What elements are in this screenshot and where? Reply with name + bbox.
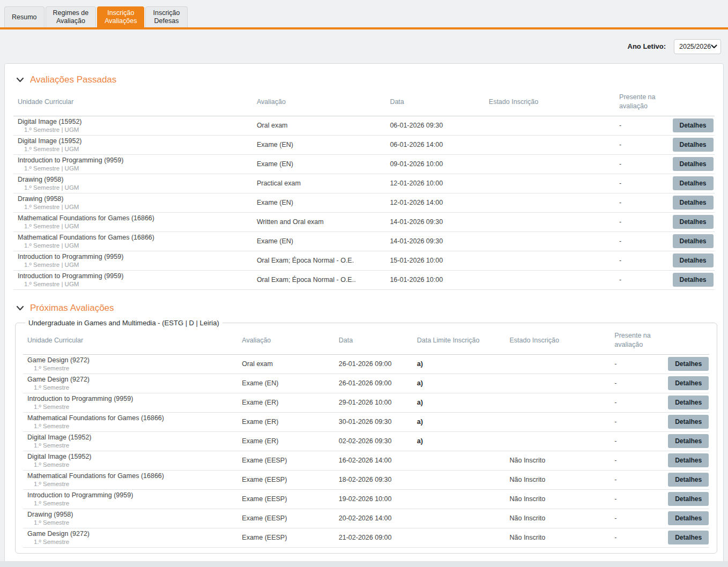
registration-status: Não Inscrito [509, 534, 614, 541]
col-data: Data [390, 98, 488, 106]
attendance-value: - [619, 276, 672, 284]
attendance-value: - [614, 379, 668, 387]
course-group: Undergraduate in Games and Multimedia - … [15, 319, 717, 554]
col-estado-inscricao: Estado Inscrição [509, 337, 614, 344]
table-row: Digital Image (15952) 1.º Semestre | UGM… [13, 116, 715, 136]
attendance-value: - [614, 418, 668, 426]
attendance-value: - [614, 534, 668, 541]
registration-status: Não Inscrito [509, 457, 614, 464]
section-upcoming-title: Próximas Avaliações [30, 303, 114, 314]
evaluation-type: Exame (EESP) [242, 457, 338, 464]
evaluation-date: 06-01-2026 09:30 [390, 122, 488, 129]
evaluation-type: Exame (EESP) [242, 534, 338, 541]
details-button[interactable]: Detalhes [668, 511, 709, 525]
table-row: Introduction to Programming (9959) 1.º S… [13, 251, 715, 271]
details-button[interactable]: Detalhes [673, 157, 714, 171]
table-row: Mathematical Foundations for Games (1686… [23, 471, 709, 490]
details-button[interactable]: Detalhes [668, 453, 709, 467]
evaluation-type: Exame (EN) [242, 379, 338, 387]
evaluation-type: Exame (EN) [257, 237, 390, 245]
registration-deadline: a) [417, 437, 510, 445]
details-button[interactable]: Detalhes [673, 118, 714, 132]
course-name: Introduction to Programming (9959) [27, 395, 242, 402]
tab-inscricao-defesas[interactable]: Inscrição Defesas [145, 6, 187, 27]
tab-regimes-avaliacao[interactable]: Regimes de Avaliação [46, 6, 96, 27]
course-subtitle: 1.º Semestre | UGM [18, 204, 257, 210]
attendance-value: - [619, 257, 672, 264]
table-row: Drawing (9958) 1.º Semestre | UGM Exame … [13, 193, 715, 213]
collapse-chevron-icon[interactable] [16, 305, 24, 311]
attendance-value: - [614, 399, 668, 406]
tab-resumo[interactable]: Resumo [4, 6, 44, 27]
col-avaliacao: Avaliação [242, 337, 338, 344]
course-subtitle: 1.º Semestre | UGM [18, 223, 257, 229]
details-button[interactable]: Detalhes [668, 473, 709, 487]
tab-inscricao-avaliacoes[interactable]: Inscrição Avaliações [97, 6, 144, 27]
course-name: Game Design (9272) [27, 376, 242, 383]
details-button[interactable]: Detalhes [668, 434, 709, 448]
course-name: Game Design (9272) [27, 356, 242, 364]
registration-deadline: a) [417, 418, 510, 426]
evaluation-date: 12-01-2026 10:00 [390, 180, 488, 187]
attendance-value: - [619, 122, 672, 129]
details-button[interactable]: Detalhes [668, 357, 709, 371]
details-button[interactable]: Detalhes [668, 531, 709, 544]
course-name: Introduction to Programming (9959) [18, 272, 257, 280]
details-button[interactable]: Detalhes [668, 492, 709, 506]
course-subtitle: 1.º Semestre | UGM [18, 262, 257, 268]
evaluation-date: 29-01-2026 10:00 [339, 399, 417, 406]
registration-status: Não Inscrito [509, 476, 614, 483]
details-button[interactable]: Detalhes [673, 273, 714, 287]
course-subtitle: 1.º Semestre | UGM [18, 242, 257, 249]
registration-deadline: a) [417, 379, 510, 387]
table-row: Mathematical Foundations for Games (1686… [13, 232, 715, 251]
details-button[interactable]: Detalhes [668, 415, 709, 429]
col-avaliacao: Avaliação [257, 98, 390, 106]
evaluation-type: Exame (ER) [242, 418, 338, 426]
details-button[interactable]: Detalhes [668, 396, 709, 409]
registration-status: Não Inscrito [509, 514, 614, 522]
course-subtitle: 1.º Semestre [27, 404, 242, 410]
upcoming-table-header: Unidade Curricular Avaliação Data Data L… [23, 328, 709, 355]
evaluation-type: Oral Exam; Época Normal - O.E.. [257, 276, 390, 284]
evaluation-type: Exame (EN) [257, 199, 390, 206]
evaluation-type: Exame (EESP) [242, 476, 338, 483]
course-subtitle: 1.º Semestre [27, 384, 242, 391]
section-past-header: Avaliações Passadas [5, 67, 723, 89]
attendance-value: - [619, 218, 672, 226]
details-button[interactable]: Detalhes [673, 196, 714, 210]
course-name: Drawing (9958) [18, 176, 257, 183]
attendance-value: - [619, 199, 672, 206]
year-select[interactable]: 2025/2026 [674, 39, 721, 54]
course-subtitle: 1.º Semestre | UGM [18, 146, 257, 152]
details-button[interactable]: Detalhes [673, 215, 714, 229]
col-unidade-curricular: Unidade Curricular [23, 337, 242, 344]
table-row: Mathematical Foundations for Games (1686… [23, 413, 709, 432]
evaluation-date: 18-02-2026 09:30 [339, 476, 417, 483]
evaluation-date: 26-01-2026 09:00 [339, 360, 417, 368]
details-button[interactable]: Detalhes [668, 376, 709, 390]
col-presente: Presente na avaliação [614, 331, 668, 349]
course-subtitle: 1.º Semestre | UGM [18, 165, 257, 171]
evaluation-type: Practical exam [257, 180, 390, 187]
evaluation-date: 26-01-2026 09:00 [339, 379, 417, 387]
attendance-value: - [619, 141, 672, 148]
table-row: Mathematical Foundations for Games (1686… [13, 213, 715, 232]
section-upcoming-header: Próximas Avaliações [5, 290, 723, 318]
section-past-title: Avaliações Passadas [30, 74, 116, 85]
col-data-limite: Data Limite Inscrição [417, 337, 510, 344]
evaluation-type: Oral exam [257, 122, 390, 129]
tab-bar: Resumo Regimes de Avaliação Inscrição Av… [0, 0, 728, 27]
table-row: Digital Image (15952) 1.º Semestre Exame… [23, 451, 709, 471]
details-button[interactable]: Detalhes [673, 138, 714, 152]
evaluation-date: 21-02-2026 09:00 [339, 534, 417, 541]
evaluation-type: Exame (ER) [242, 437, 338, 445]
course-name: Digital Image (15952) [18, 137, 257, 145]
col-estado-inscricao: Estado Inscrição [489, 98, 619, 106]
details-button[interactable]: Detalhes [673, 253, 714, 267]
details-button[interactable]: Detalhes [673, 176, 714, 190]
evaluation-type: Oral Exam; Época Normal - O.E. [257, 257, 390, 264]
details-button[interactable]: Detalhes [673, 234, 714, 248]
evaluation-date: 14-01-2026 09:30 [390, 218, 488, 226]
collapse-chevron-icon[interactable] [16, 77, 24, 83]
